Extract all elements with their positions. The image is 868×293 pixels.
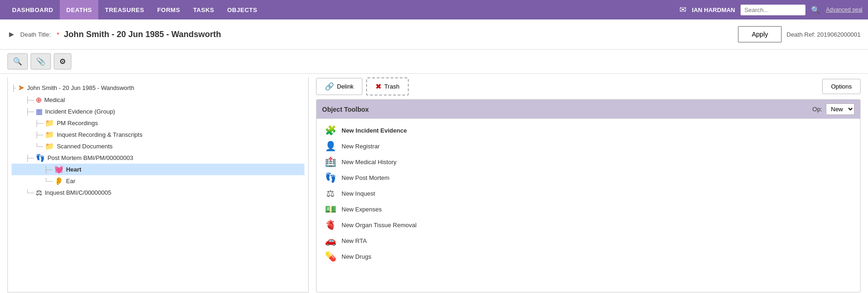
group-icon: ▦ [36, 107, 43, 116]
ear-icon: 👂 [54, 177, 63, 185]
toolbox-item-medical-history[interactable]: 🏥 New Medical History [322, 154, 855, 170]
toolbar: 🔍 📎 ⚙ [0, 50, 868, 74]
toolbox-label-expenses: New Expenses [342, 206, 382, 213]
toolbox-label-rta: New RTA [342, 237, 367, 244]
apply-button[interactable]: Apply [738, 26, 782, 43]
post-mortem-icon: 👣 [324, 172, 337, 183]
organ-icon: 🫀 [324, 219, 337, 230]
top-nav: DASHBOARD DEATHS TREASURES FORMS TASKS O… [0, 0, 868, 19]
toolbox-label-drugs: New Drugs [342, 253, 371, 260]
lower-section: ├ ➤ John Smith - 20 Jun 1985 - Wandswort… [0, 74, 868, 293]
search-button[interactable]: 🔍 [7, 53, 28, 70]
toolbox-item-incident-evidence[interactable]: 🧩 New Incident Evidence [322, 122, 855, 138]
tree-post-mortem[interactable]: ├─ 👣 Post Mortem BMI/PM/00000003 [12, 152, 304, 164]
tree-root-label: John Smith - 20 Jun 1985 - Wandsworth [27, 84, 134, 91]
toolbox-label-medical-history: New Medical History [342, 159, 396, 166]
expenses-icon: 💵 [324, 204, 337, 215]
toolbox-item-drugs[interactable]: 💊 New Drugs [322, 248, 855, 264]
medical-history-icon: 🏥 [324, 156, 337, 167]
tree-scanned-documents-label: Scanned Documents [57, 143, 113, 150]
tree-arrow-icon: ➤ [18, 83, 25, 93]
delink-label: Delink [337, 83, 354, 90]
folder-green-icon: 📁 [45, 119, 54, 127]
object-toolbox: Object Toolbox Op: New Edit View 🧩 [316, 99, 861, 293]
tree-ear[interactable]: └─ 👂 Ear [12, 175, 304, 187]
nav-right: ✉ IAN HARDMAN 🔍 Advanced seal [679, 5, 862, 15]
death-ref-label: Death Ref: 2019062000001 [786, 31, 861, 38]
registrar-icon: 👤 [324, 140, 337, 152]
main-content: ► Death Title: * John Smith - 20 Jun 198… [0, 19, 868, 293]
username-label: IAN HARDMAN [692, 6, 735, 13]
toolbox-item-inquest[interactable]: ⚖ New Inquest [322, 185, 855, 201]
trash-label: Trash [384, 83, 399, 90]
nav-tasks[interactable]: TASKS [187, 0, 221, 19]
toolbox-header: Object Toolbox Op: New Edit View [317, 100, 860, 119]
op-label: Op: [812, 106, 822, 113]
trash-icon: ✖ [375, 82, 381, 91]
tree-inquest[interactable]: └─ ⚖ Inquest BMI/C/00000005 [12, 187, 304, 198]
death-title-value: John Smith - 20 Jun 1985 - Wandsworth [64, 30, 734, 39]
nav-treasures[interactable]: TREASURES [98, 0, 151, 19]
toolbox-item-registrar[interactable]: 👤 New Registrar [322, 138, 855, 154]
tree-post-mortem-label: Post Mortem BMI/PM/00000003 [47, 154, 133, 161]
delink-button[interactable]: 🔗 Delink [316, 78, 362, 95]
tree-ear-label: Ear [66, 178, 75, 185]
trash-button[interactable]: ✖ Trash [366, 77, 409, 96]
inquest2-icon: ⚖ [324, 188, 337, 199]
medical-icon: ⊕ [36, 96, 42, 104]
delink-icon: 🔗 [325, 82, 334, 91]
death-title-label: Death Title: [20, 31, 51, 38]
tree-heart-label: Heart [66, 166, 81, 173]
tree-medical-label: Medical [44, 96, 65, 103]
tree-panel[interactable]: ├ ➤ John Smith - 20 Jun 1985 - Wandswort… [7, 77, 309, 293]
search-input[interactable] [741, 5, 805, 15]
attachment-button[interactable]: 📎 [31, 53, 51, 70]
tree-root[interactable]: ├ ➤ John Smith - 20 Jun 1985 - Wandswort… [12, 81, 304, 94]
tree-incident-evidence[interactable]: ├─ ▦ Incident Evidence (Group) [12, 106, 304, 117]
footprint-icon: 👣 [36, 153, 45, 162]
drugs-icon: 💊 [324, 251, 337, 262]
tree-medical[interactable]: ├─ ⊕ Medical [12, 94, 304, 106]
advanced-search-link[interactable]: Advanced seal [826, 6, 862, 13]
collapse-icon[interactable]: ► [7, 30, 16, 39]
action-buttons: 🔗 Delink ✖ Trash Options [316, 77, 861, 96]
toolbox-item-expenses[interactable]: 💵 New Expenses [322, 201, 855, 217]
op-select[interactable]: New Edit View [826, 103, 855, 115]
right-panel: 🔗 Delink ✖ Trash Options Object Toolbox … [316, 77, 861, 293]
toolbox-item-organ-tissue[interactable]: 🫀 New Organ Tissue Removal [322, 217, 855, 233]
tree-inquest-recording-label: Inquest Recording & Transcripts [57, 131, 142, 138]
search-icon[interactable]: 🔍 [811, 6, 820, 14]
toolbox-label-incident-evidence: New Incident Evidence [342, 127, 407, 134]
tree-scanned-documents[interactable]: └─ 📁 Scanned Documents [12, 140, 304, 152]
nav-forms[interactable]: FORMS [151, 0, 186, 19]
folder-green-icon-2: 📁 [45, 130, 54, 139]
tree-inquest-label: Inquest BMI/C/00000005 [44, 189, 111, 196]
toolbox-items: 🧩 New Incident Evidence 👤 New Registrar … [317, 119, 860, 268]
nav-dashboard[interactable]: DASHBOARD [6, 0, 60, 19]
settings-button[interactable]: ⚙ [54, 53, 71, 70]
mail-icon[interactable]: ✉ [679, 5, 686, 15]
tree-pm-recordings-label: PM Recordings [57, 120, 98, 127]
title-bar: ► Death Title: * John Smith - 20 Jun 198… [0, 19, 868, 50]
nav-objects[interactable]: OBJECTS [221, 0, 264, 19]
inquest-icon: ⚖ [36, 188, 42, 197]
toolbox-label-post-mortem: New Post Mortem [342, 174, 389, 181]
toolbox-label-registrar: New Registrar [342, 143, 380, 150]
toolbox-label-organ-tissue: New Organ Tissue Removal [342, 222, 417, 229]
toolbox-op: Op: New Edit View [812, 103, 855, 115]
required-star: * [57, 31, 59, 38]
tree-heart[interactable]: ├─ 💓 Heart [12, 164, 304, 175]
toolbox-item-post-mortem[interactable]: 👣 New Post Mortem [322, 170, 855, 185]
puzzle-icon: 🧩 [324, 125, 337, 136]
car-icon: 🚗 [324, 235, 337, 246]
nav-deaths[interactable]: DEATHS [60, 0, 98, 19]
folder-green-icon-3: 📁 [45, 142, 54, 151]
toolbox-label-inquest: New Inquest [342, 190, 375, 197]
options-button[interactable]: Options [822, 79, 861, 94]
heart-icon: 💓 [54, 165, 63, 174]
tree-incident-evidence-label: Incident Evidence (Group) [45, 108, 115, 115]
toolbox-title: Object Toolbox [322, 106, 369, 113]
tree-pm-recordings[interactable]: ├─ 📁 PM Recordings [12, 117, 304, 129]
tree-inquest-recording[interactable]: ├─ 📁 Inquest Recording & Transcripts [12, 129, 304, 140]
toolbox-item-rta[interactable]: 🚗 New RTA [322, 233, 855, 248]
